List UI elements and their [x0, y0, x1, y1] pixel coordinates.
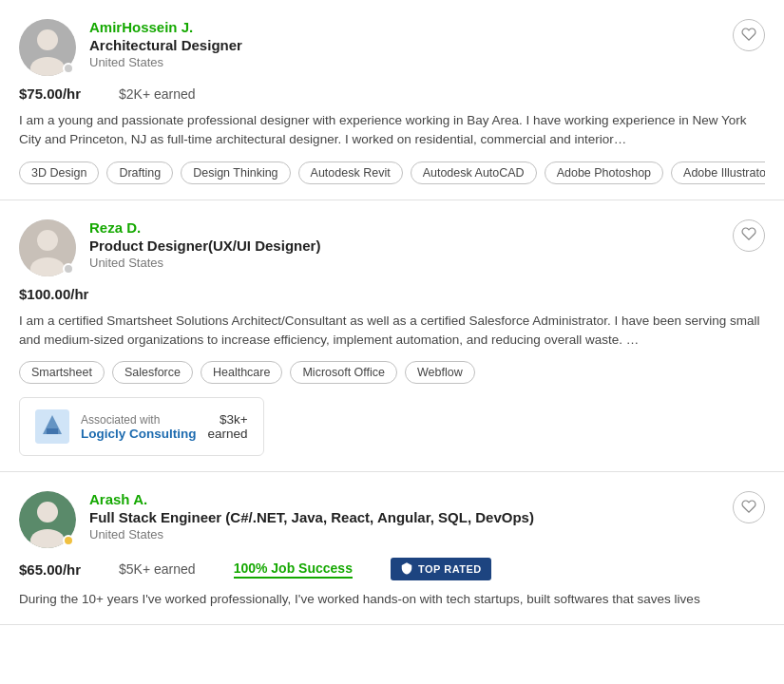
online-status-dot: [63, 535, 74, 546]
freelancer-location: United States: [89, 256, 320, 270]
skills-row: SmartsheetSalesforceHealthcareMicrosoft …: [19, 361, 765, 384]
freelancer-title: Product Designer(UX/UI Designer): [89, 238, 320, 254]
rate-row: $65.00/hr $5K+ earned 100% Job Success T…: [19, 558, 765, 580]
heart-icon: [741, 226, 756, 244]
skill-tag[interactable]: Healthcare: [201, 361, 282, 384]
profile-info: Arash A. Full Stack Engineer (C#/.NET, J…: [89, 491, 534, 542]
svg-rect-8: [47, 428, 58, 434]
heart-icon: [741, 499, 756, 517]
skill-tag[interactable]: Adobe Illustrator: [671, 162, 765, 184]
skill-tag[interactable]: Microsoft Office: [290, 361, 397, 384]
rate-row: $75.00/hr $2K+ earned: [19, 86, 765, 102]
freelancer-card-1: AmirHossein J. Architectural Designer Un…: [0, 0, 784, 200]
hourly-rate: $75.00/hr: [19, 86, 81, 102]
bio-text: I am a young and passionate professional…: [19, 111, 765, 150]
freelancer-name[interactable]: Arash A.: [89, 491, 534, 507]
bio-text: During the 10+ years I've worked profess…: [19, 590, 765, 609]
agency-info: Associated with Logicly Consulting: [81, 413, 197, 441]
skill-tag[interactable]: Adobe Photoshop: [545, 162, 663, 184]
agency-name[interactable]: Logicly Consulting: [81, 427, 197, 441]
shield-icon: [400, 561, 413, 577]
rate-row: $100.00/hr: [19, 286, 765, 302]
agency-earned: $3k+earned: [208, 412, 248, 441]
online-status-dot: [63, 63, 74, 74]
job-success-badge: 100% Job Success: [234, 560, 353, 579]
skill-tag[interactable]: Design Thinking: [181, 162, 290, 184]
avatar-wrap: [19, 219, 76, 276]
skill-tag[interactable]: Salesforce: [112, 361, 193, 384]
svg-point-1: [37, 29, 58, 50]
skill-tag[interactable]: Autodesk Revit: [298, 162, 403, 184]
skill-tag[interactable]: 3D Design: [19, 162, 99, 184]
freelancer-card-3: Arash A. Full Stack Engineer (C#/.NET, J…: [0, 472, 784, 625]
profile-info: AmirHossein J. Architectural Designer Un…: [89, 19, 242, 69]
total-earned: $5K+ earned: [119, 561, 196, 577]
profile-info: Reza D. Product Designer(UX/UI Designer)…: [89, 219, 320, 270]
svg-point-10: [37, 502, 58, 522]
freelancer-title: Full Stack Engineer (C#/.NET, Java, Reac…: [89, 509, 534, 525]
freelancer-location: United States: [89, 55, 242, 69]
agency-logo-icon: [35, 409, 69, 444]
bio-text: I am a certified Smartsheet Solutions Ar…: [19, 312, 765, 351]
freelancer-location: United States: [89, 527, 534, 542]
card-header: Reza D. Product Designer(UX/UI Designer)…: [19, 219, 765, 276]
hourly-rate: $100.00/hr: [19, 286, 88, 302]
skill-tag[interactable]: Autodesk AutoCAD: [411, 162, 537, 184]
card-header: Arash A. Full Stack Engineer (C#/.NET, J…: [19, 491, 765, 548]
skill-tag[interactable]: Smartsheet: [19, 361, 105, 384]
skill-tag[interactable]: Drafting: [106, 162, 173, 184]
profile-left: Reza D. Product Designer(UX/UI Designer)…: [19, 219, 320, 276]
profile-left: AmirHossein J. Architectural Designer Un…: [19, 19, 242, 76]
total-earned: $2K+ earned: [119, 86, 196, 102]
freelancer-card-2: Reza D. Product Designer(UX/UI Designer)…: [0, 200, 784, 473]
agency-label: Associated with: [81, 413, 197, 427]
save-to-list-button[interactable]: [733, 19, 765, 51]
card-header: AmirHossein J. Architectural Designer Un…: [19, 19, 765, 76]
profile-left: Arash A. Full Stack Engineer (C#/.NET, J…: [19, 491, 534, 548]
freelancer-name[interactable]: Reza D.: [89, 219, 320, 236]
agency-box: Associated with Logicly Consulting $3k+e…: [19, 397, 264, 456]
save-to-list-button[interactable]: [733, 491, 765, 523]
svg-point-4: [37, 230, 58, 251]
avatar-wrap: [19, 19, 76, 76]
freelancer-name[interactable]: AmirHossein J.: [89, 19, 242, 35]
freelancer-title: Architectural Designer: [89, 37, 242, 53]
online-status-dot: [63, 263, 74, 275]
heart-icon: [741, 27, 756, 45]
skill-tag[interactable]: Webflow: [405, 361, 475, 384]
avatar-wrap: [19, 491, 76, 548]
hourly-rate: $65.00/hr: [19, 561, 81, 578]
skills-row: 3D DesignDraftingDesign ThinkingAutodesk…: [19, 162, 765, 184]
top-rated-badge: TOP RATED: [391, 558, 491, 580]
save-to-list-button[interactable]: [733, 219, 765, 252]
